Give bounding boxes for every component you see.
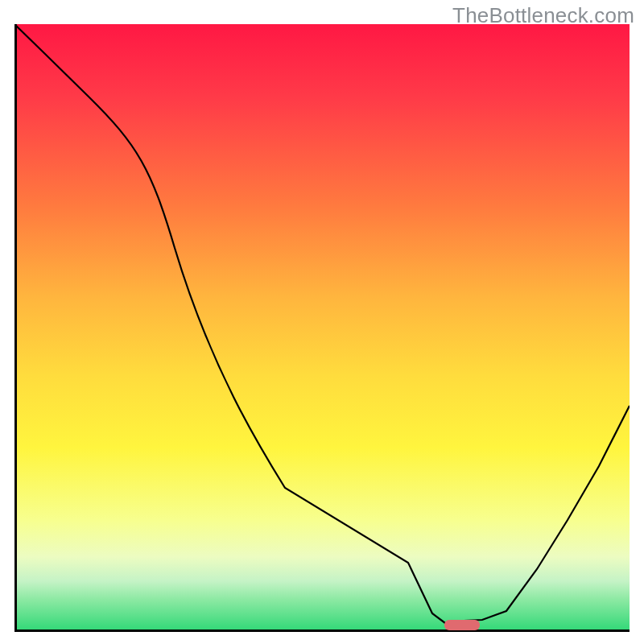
chart-container: TheBottleneck.com (0, 0, 644, 644)
x-axis (14, 630, 630, 632)
curve-path (14, 24, 630, 623)
line-series (14, 24, 630, 630)
optimal-marker (444, 620, 480, 630)
